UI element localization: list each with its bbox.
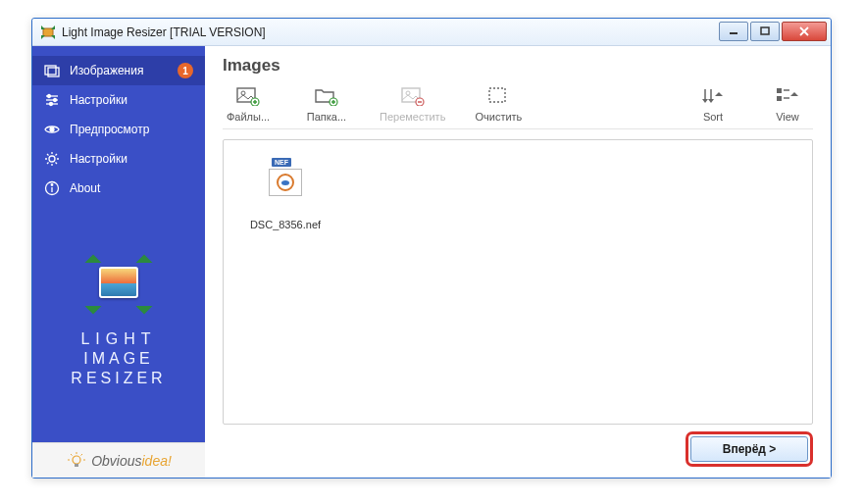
svg-rect-48 xyxy=(777,96,782,101)
sidebar-item-label: Настройки xyxy=(70,93,193,107)
logo-text-line: RESIZER xyxy=(71,369,166,388)
toolbar-label: View xyxy=(776,111,799,123)
sidebar-item-label: About xyxy=(70,181,193,195)
sidebar-logo: LIGHT IMAGE RESIZER xyxy=(32,203,205,442)
files-button[interactable]: Файлы... xyxy=(223,85,274,123)
sidebar-item-settings-2[interactable]: Настройки xyxy=(32,144,205,174)
logo-image xyxy=(87,257,150,312)
sidebar-nav: Изображения 1 Настройки Предпросмотр Нас… xyxy=(32,46,205,203)
view-icon xyxy=(776,85,799,107)
toolbar: Файлы... Папка... Переместить Очистить xyxy=(223,85,813,129)
logo-text-line: LIGHT xyxy=(71,329,166,349)
eye-icon xyxy=(44,122,60,137)
bottom-bar: Вперёд > xyxy=(223,432,813,466)
sidebar-item-settings-1[interactable]: Настройки xyxy=(32,85,205,115)
window-title: Light Image Resizer [TRIAL VERSION] xyxy=(62,25,717,39)
svg-line-27 xyxy=(81,454,83,456)
logo-text-line: IMAGE xyxy=(71,349,166,369)
file-thumbnail: NEF xyxy=(269,158,302,195)
svg-point-21 xyxy=(51,184,53,186)
svg-rect-41 xyxy=(489,88,505,102)
svg-rect-10 xyxy=(48,68,59,76)
move-button: Переместить xyxy=(380,85,445,123)
file-name: DSC_8356.nef xyxy=(250,219,321,230)
page-title: Images xyxy=(223,56,813,76)
app-window: Light Image Resizer [TRIAL VERSION] Изоб… xyxy=(31,18,832,479)
images-badge: 1 xyxy=(178,63,193,78)
toolbar-label: Очистить xyxy=(475,111,522,123)
file-list[interactable]: NEF DSC_8356.nef xyxy=(223,139,813,425)
add-image-icon xyxy=(236,85,260,107)
sort-icon xyxy=(701,85,725,107)
add-folder-icon xyxy=(315,85,338,107)
svg-marker-43 xyxy=(702,99,708,103)
window-body: Изображения 1 Настройки Предпросмотр Нас… xyxy=(32,46,831,478)
clear-icon xyxy=(486,85,510,107)
sidebar-item-about[interactable]: About xyxy=(32,174,205,203)
brand-text: Obviousidea! xyxy=(91,453,172,469)
brand-footer[interactable]: Obviousidea! xyxy=(32,442,205,478)
svg-marker-45 xyxy=(708,99,714,103)
app-icon xyxy=(40,25,56,40)
sidebar-item-label: Настройки xyxy=(70,152,193,166)
svg-point-18 xyxy=(49,156,55,162)
folder-button[interactable]: Папка... xyxy=(301,85,352,123)
svg-rect-9 xyxy=(45,66,56,75)
next-button-highlight: Вперёд > xyxy=(686,431,813,467)
sidebar-item-images[interactable]: Изображения 1 xyxy=(32,56,205,85)
sort-button[interactable]: Sort xyxy=(687,85,738,123)
file-item[interactable]: NEF DSC_8356.nef xyxy=(241,158,330,230)
titlebar: Light Image Resizer [TRIAL VERSION] xyxy=(32,19,831,46)
minimize-button[interactable] xyxy=(719,22,748,41)
next-button[interactable]: Вперёд > xyxy=(690,436,808,462)
svg-point-17 xyxy=(50,127,54,131)
main-panel: Images Файлы... Папка... Переместить xyxy=(205,46,831,478)
toolbar-label: Переместить xyxy=(380,111,445,123)
logo-text: LIGHT IMAGE RESIZER xyxy=(71,329,166,388)
sidebar: Изображения 1 Настройки Предпросмотр Нас… xyxy=(32,46,205,478)
info-icon xyxy=(44,180,60,196)
toolbar-label: Файлы... xyxy=(227,111,270,123)
svg-line-26 xyxy=(71,454,73,456)
svg-rect-47 xyxy=(777,88,782,93)
lightbulb-icon xyxy=(66,450,87,472)
svg-point-22 xyxy=(73,456,80,464)
file-type-tag: NEF xyxy=(272,158,291,167)
toolbar-label: Sort xyxy=(703,111,723,123)
sliders-icon xyxy=(44,92,60,108)
svg-marker-51 xyxy=(790,92,798,96)
window-controls xyxy=(717,22,827,41)
close-button[interactable] xyxy=(782,22,827,41)
maximize-button[interactable] xyxy=(750,22,780,41)
gear-icon xyxy=(44,151,60,167)
svg-point-16 xyxy=(50,103,53,106)
sidebar-item-preview[interactable]: Предпросмотр xyxy=(32,115,205,144)
svg-point-15 xyxy=(54,99,57,102)
svg-marker-4 xyxy=(51,35,55,39)
svg-rect-0 xyxy=(43,28,53,36)
remove-image-icon xyxy=(401,85,425,107)
view-button[interactable]: View xyxy=(762,85,813,123)
svg-marker-46 xyxy=(715,92,723,96)
toolbar-label: Папка... xyxy=(307,111,346,123)
images-icon xyxy=(44,63,60,78)
sidebar-item-label: Изображения xyxy=(70,64,168,77)
svg-marker-3 xyxy=(41,35,45,39)
svg-point-14 xyxy=(48,95,51,98)
sidebar-item-label: Предпросмотр xyxy=(70,123,193,136)
clear-button[interactable]: Очистить xyxy=(473,85,524,123)
svg-rect-28 xyxy=(75,464,78,467)
svg-rect-6 xyxy=(761,27,769,34)
